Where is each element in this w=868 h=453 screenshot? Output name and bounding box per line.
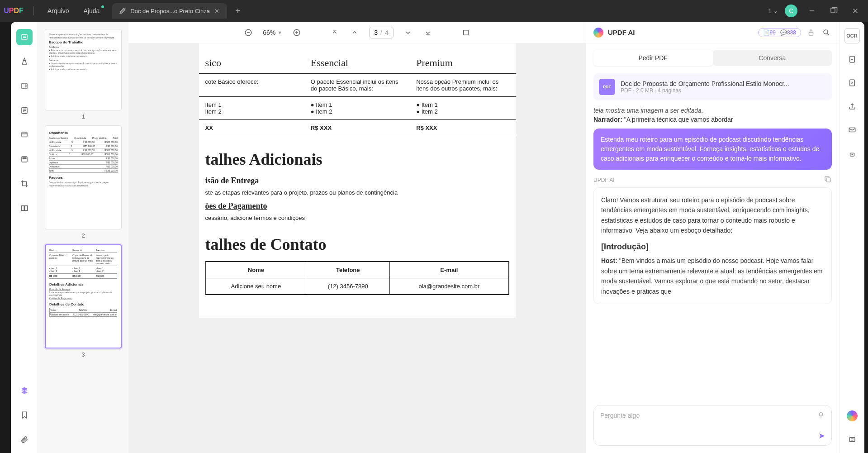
ai-response-label: UPDF AI xyxy=(593,175,832,185)
next-page-button[interactable] xyxy=(403,27,413,38)
ai-logo-icon xyxy=(593,28,603,38)
svg-rect-31 xyxy=(849,56,854,62)
svg-rect-17 xyxy=(24,206,27,211)
menu-help[interactable]: Ajuda xyxy=(76,7,107,14)
entrega-text: ste as etapas relevantes para o projeto,… xyxy=(199,189,516,196)
package-essencial-header: Essencial xyxy=(304,52,410,73)
form-tool[interactable] xyxy=(16,127,33,143)
msg-credits: 💬888 xyxy=(780,29,796,36)
pages-tool[interactable] xyxy=(16,102,33,119)
share-button[interactable] xyxy=(844,99,860,114)
fit-button[interactable] xyxy=(460,27,471,38)
email-button[interactable] xyxy=(844,122,860,138)
zoom-level[interactable]: 66%▼ xyxy=(263,29,282,36)
chat-body: tela mostra uma imagem a ser editada. Na… xyxy=(586,103,839,400)
search-icon[interactable] xyxy=(821,27,832,38)
convert-button[interactable] xyxy=(844,52,860,67)
app-logo: UPDF xyxy=(0,7,27,15)
maximize-button[interactable] xyxy=(826,4,841,18)
svg-rect-26 xyxy=(809,32,813,35)
send-button[interactable]: ➤ xyxy=(818,431,825,441)
svg-point-30 xyxy=(819,413,823,416)
lock-icon[interactable] xyxy=(806,27,816,38)
divider xyxy=(33,6,34,15)
package-premium-header: Premium xyxy=(410,52,515,73)
user-message: Estenda meu roteiro para um episódio de … xyxy=(593,129,832,170)
last-page-button[interactable] xyxy=(422,27,433,38)
svg-rect-1 xyxy=(831,8,835,12)
thumbnail-page-3[interactable]: BásicoEssencialPremium O pacote Básico o… xyxy=(45,244,122,348)
svg-line-28 xyxy=(827,33,829,35)
doc-card-meta: PDF · 2.0 MB · 4 páginas xyxy=(621,87,826,94)
right-toolbar: OCR xyxy=(839,22,864,453)
subsection-pagamento: ões de Pagamento xyxy=(199,201,516,211)
package-basico-header: sico xyxy=(199,52,304,73)
document-tab[interactable]: Doc de Propos...o Preto Cinza ✕ xyxy=(112,3,227,19)
annotate-tool[interactable] xyxy=(16,53,33,70)
context-line: tela mostra uma imagem a ser editada. xyxy=(593,107,832,114)
pdf-page: sico Essencial Premium cote Básico ofere… xyxy=(199,43,516,318)
thumb-label: 1 xyxy=(81,113,85,120)
package-price: R$ XXX xyxy=(410,120,515,136)
package-items: ● Item 1● Item 2 xyxy=(410,97,515,119)
chat-placeholder: Pergunte algo xyxy=(594,405,831,425)
package-items: ● Item 1● Item 2 xyxy=(304,97,410,119)
credits-badge[interactable]: 📄99 💬888 xyxy=(758,28,801,37)
tab-pedir-pdf[interactable]: Pedir PDF xyxy=(593,50,713,66)
window-count[interactable]: 1 ⌄ xyxy=(768,7,778,14)
left-toolbar xyxy=(11,22,38,453)
zoom-out-button[interactable] xyxy=(243,27,254,38)
compare-tool[interactable] xyxy=(16,200,33,216)
edit-text-tool[interactable] xyxy=(16,78,33,94)
minimize-button[interactable] xyxy=(805,4,819,18)
menu-file[interactable]: Arquivo xyxy=(40,7,76,14)
package-essencial-desc: O pacote Essencial inclui os itens do pa… xyxy=(304,74,410,96)
export-button[interactable] xyxy=(844,75,860,91)
zoom-in-button[interactable] xyxy=(291,27,302,38)
chat-input[interactable]: Pergunte algo ➤ xyxy=(593,405,832,446)
package-basico-desc: cote Básico oferece: xyxy=(199,74,304,96)
thumbnail-panel: Nossa empresa fornece soluções criativas… xyxy=(38,22,128,453)
tab-conversa[interactable]: Conversa xyxy=(713,50,832,66)
svg-rect-12 xyxy=(22,132,27,137)
pencil-slash-icon xyxy=(119,7,127,15)
thumbnail-page-1[interactable]: Nossa empresa fornece soluções criativas… xyxy=(45,29,122,110)
section-detalhes-contato: talhes de Contato xyxy=(199,235,516,254)
crop-tool[interactable] xyxy=(16,176,33,192)
document-card[interactable]: PDF Doc de Proposta de Orçamento Profiss… xyxy=(593,73,832,100)
first-page-button[interactable] xyxy=(329,27,340,38)
svg-point-35 xyxy=(852,154,853,155)
ai-panel: UPDF AI 📄99 💬888 Pedir PDF Conversa PDF … xyxy=(586,22,839,453)
protect-button[interactable] xyxy=(844,146,860,161)
prev-page-button[interactable] xyxy=(349,27,360,38)
hint-button[interactable] xyxy=(817,411,825,421)
thumb-label: 2 xyxy=(81,232,85,239)
svg-rect-16 xyxy=(21,206,24,211)
user-avatar[interactable]: C xyxy=(785,5,797,17)
package-items: Item 1Item 2 xyxy=(199,97,304,119)
section-detalhes-adicionais: talhes Adicionais xyxy=(199,150,516,169)
ai-response: Claro! Vamos estruturar seu roteiro para… xyxy=(593,187,832,304)
svg-rect-15 xyxy=(23,157,26,159)
pagamento-text: cessário, adicione termos e condições xyxy=(199,215,516,221)
ocr-button[interactable]: OCR xyxy=(844,28,860,43)
document-viewport[interactable]: sico Essencial Premium cote Básico ofere… xyxy=(128,43,586,453)
attachment-tool[interactable] xyxy=(16,431,33,448)
new-tab-button[interactable]: + xyxy=(235,6,241,16)
page-indicator[interactable]: 3/4 xyxy=(369,27,393,38)
doc-credits: 📄99 xyxy=(763,29,776,36)
close-button[interactable] xyxy=(848,4,863,18)
redact-tool[interactable] xyxy=(16,151,33,167)
comments-button[interactable] xyxy=(844,432,860,448)
bookmark-tool[interactable] xyxy=(16,407,33,423)
svg-rect-36 xyxy=(849,438,855,442)
copy-button[interactable] xyxy=(824,175,832,185)
ai-shortcut-icon[interactable] xyxy=(847,410,858,421)
tab-close-button[interactable]: ✕ xyxy=(213,7,221,14)
svg-rect-25 xyxy=(463,30,468,35)
ai-panel-title: UPDF AI xyxy=(608,29,754,36)
thumbnail-page-2[interactable]: Orçamento Produto ou ServiçoQuantidadePr… xyxy=(45,125,122,229)
reader-tool[interactable] xyxy=(16,29,33,45)
document-toolbar: 66%▼ 3/4 xyxy=(128,22,586,43)
layers-tool[interactable] xyxy=(16,382,33,399)
